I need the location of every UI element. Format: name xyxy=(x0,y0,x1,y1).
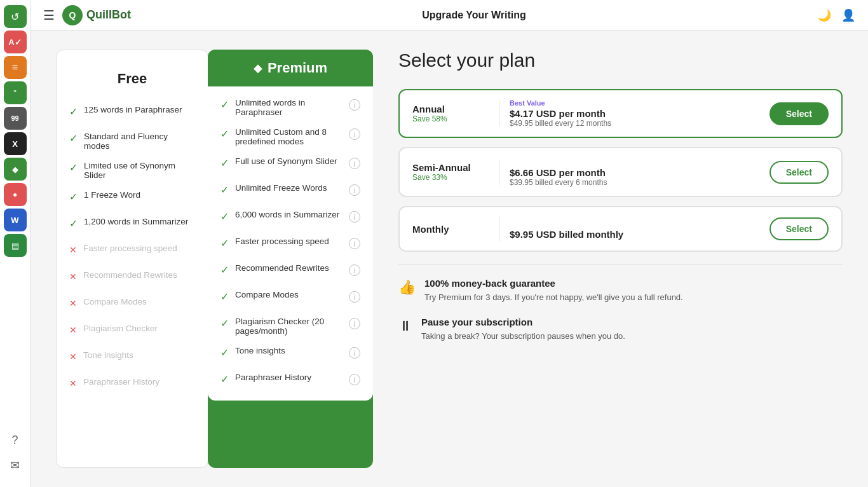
info-icon[interactable]: i xyxy=(349,347,360,359)
check-icon: ✓ xyxy=(69,132,78,144)
cross-icon: ✕ xyxy=(69,352,77,362)
check-icon: ✓ xyxy=(220,346,229,359)
free-plan-column: Free ✓125 words in Paraphraser✓Standard … xyxy=(56,50,208,468)
best-value-label: Best Value xyxy=(510,99,759,107)
premium-plan-column: ◆ Premium ✓Unlimited words in Paraphrase… xyxy=(208,50,373,468)
check-icon: ✓ xyxy=(220,128,229,140)
screen-icon[interactable]: ▤ xyxy=(4,234,27,257)
premium-plan-title: Premium xyxy=(268,60,327,76)
plan-options: Annual Save 58% Best Value $4.17 USD per… xyxy=(398,89,843,252)
feature-text: Paraphraser History xyxy=(83,377,159,387)
premium-feature-item: ✓Faster processing speedi xyxy=(208,231,373,258)
premium-feature-item: ✓Unlimited words in Paraphraseri xyxy=(208,93,373,122)
plan-option-name: Monthly xyxy=(412,224,489,235)
plan-option-monthly[interactable]: Monthly $9.95 USD billed monthly Select xyxy=(398,206,843,252)
summarizer-icon[interactable]: ≡ xyxy=(4,56,27,79)
feature-text: Tone insights xyxy=(83,350,133,360)
free-feature-item: ✓1 Freeze Word xyxy=(57,185,208,212)
word-icon[interactable]: W xyxy=(4,209,27,231)
free-features-list: ✓125 words in Paraphraser✓Standard and F… xyxy=(57,100,208,399)
plan-pricing: Best Value $4.17 USD per month $49.95 bi… xyxy=(510,99,759,128)
paraphraser-icon[interactable]: ↺ xyxy=(4,5,27,28)
mail-icon[interactable]: ✉ xyxy=(4,454,27,477)
premium-feature-item: ✓Tone insightsi xyxy=(208,341,373,367)
premium-feature-item: ✓Unlimited Custom and 8 predefined modes… xyxy=(208,122,373,151)
help-icon[interactable]: ? xyxy=(4,429,27,451)
check-icon: ✓ xyxy=(69,161,78,174)
free-feature-item: ✓Standard and Fluency modes xyxy=(57,127,208,156)
free-feature-item: ✓125 words in Paraphraser xyxy=(57,100,208,127)
feature-text: Paraphraser History xyxy=(235,373,342,382)
select-button-annual[interactable]: Select xyxy=(770,102,829,125)
guarantee-item: ⏸ Pause your subscription Taking a break… xyxy=(398,317,843,343)
check-icon: ✓ xyxy=(69,217,78,230)
dark-mode-icon[interactable]: 🌙 xyxy=(817,8,831,22)
select-plan-title: Select your plan xyxy=(398,50,843,71)
plan-divider xyxy=(499,101,499,127)
plans-comparison: Free ✓125 words in Paraphraser✓Standard … xyxy=(56,50,373,468)
plan-name-title: Semi-Annual xyxy=(412,162,489,173)
plan-name-title: Monthly xyxy=(412,224,489,235)
premium-feature-item: ✓Plagiarism Checker (20 pages/month)i xyxy=(208,312,373,341)
feature-text: Compare Modes xyxy=(235,290,342,299)
hamburger-menu[interactable]: ☰ xyxy=(43,8,55,23)
info-icon[interactable]: i xyxy=(349,291,360,303)
info-icon[interactable]: i xyxy=(349,184,360,196)
free-feature-item: ✕Paraphraser History xyxy=(57,372,208,399)
premium-icon[interactable]: ◆ xyxy=(4,158,27,181)
select-button-monthly[interactable]: Select xyxy=(770,217,829,240)
premium-features-list: ✓Unlimited words in Paraphraseri✓Unlimit… xyxy=(208,86,373,401)
feature-text: Standard and Fluency modes xyxy=(84,132,195,151)
select-button-semi-annual[interactable]: Select xyxy=(770,161,829,184)
feature-text: Full use of Synonym Slider xyxy=(235,156,342,166)
info-icon[interactable]: i xyxy=(349,318,360,329)
info-icon[interactable]: i xyxy=(349,99,360,111)
premium-feature-item: ✓6,000 words in Summarizeri xyxy=(208,205,373,231)
info-icon[interactable]: i xyxy=(349,238,360,249)
content-area: Free ✓125 words in Paraphraser✓Standard … xyxy=(31,31,868,487)
feature-text: 125 words in Paraphraser xyxy=(84,105,182,114)
grammar-icon[interactable]: A✓ xyxy=(4,31,27,53)
feature-text: Faster processing speed xyxy=(235,237,342,246)
check-icon: ✓ xyxy=(220,210,229,223)
feature-text: Tone insights xyxy=(235,346,342,355)
premium-feature-item: ✓Unlimited Freeze Wordsi xyxy=(208,178,373,205)
feature-text: Recommended Rewrites xyxy=(235,263,342,273)
feature-text: Plagiarism Checker (20 pages/month) xyxy=(235,317,342,336)
plan-pricing: $6.66 USD per month $39.95 billed every … xyxy=(510,157,759,187)
plan-price-main: $4.17 USD per month xyxy=(510,108,759,119)
browser-icon[interactable]: ● xyxy=(4,183,27,206)
user-icon[interactable]: 👤 xyxy=(841,8,855,22)
feature-text: Compare Modes xyxy=(83,297,147,306)
feature-text: Limited use of Synonym Slider xyxy=(84,161,195,180)
feature-text: 1,200 words in Summarizer xyxy=(84,217,188,226)
info-icon[interactable]: i xyxy=(349,211,360,223)
plan-option-semi-annual[interactable]: Semi-Annual Save 33% $6.66 USD per month… xyxy=(398,147,843,197)
info-icon[interactable]: i xyxy=(349,128,360,140)
check-icon: ✓ xyxy=(220,157,229,169)
plan-option-annual[interactable]: Annual Save 58% Best Value $4.17 USD per… xyxy=(398,89,843,138)
topbar: ☰ Q QuillBot Upgrade Your Writing 🌙 👤 xyxy=(31,0,868,31)
check-icon: ✓ xyxy=(220,373,229,385)
feature-text: Unlimited Custom and 8 predefined modes xyxy=(235,127,342,146)
check-icon: ✓ xyxy=(69,106,78,118)
info-icon[interactable]: i xyxy=(349,374,360,385)
translator-icon[interactable]: X xyxy=(4,132,27,155)
plagiarism-icon[interactable]: 99 xyxy=(4,107,27,130)
price-sub: $39.95 billed every 6 months xyxy=(510,178,759,187)
feature-text: Faster processing speed xyxy=(83,244,177,253)
free-feature-item: ✓1,200 words in Summarizer xyxy=(57,212,208,238)
sidebar: ↺ A✓ ≡ " 99 X ◆ ● W ▤ ? ✉ xyxy=(0,0,31,487)
guarantee-text: Try Premium for 3 days. If you're not ha… xyxy=(424,291,683,304)
info-icon[interactable]: i xyxy=(349,264,360,276)
price-sub: $49.95 billed every 12 months xyxy=(510,119,759,128)
logo-text: QuillBot xyxy=(86,8,131,22)
info-icon[interactable]: i xyxy=(349,158,360,169)
guarantee-content: 100% money-back guarantee Try Premium fo… xyxy=(424,278,683,304)
free-plan-title: Free xyxy=(57,63,208,100)
logo-icon: Q xyxy=(62,5,83,25)
guarantee-item: 👍 100% money-back guarantee Try Premium … xyxy=(398,278,843,304)
citation-icon[interactable]: " xyxy=(4,81,27,104)
page-title: Upgrade Your Writing xyxy=(422,10,526,21)
logo: Q QuillBot xyxy=(62,5,131,25)
